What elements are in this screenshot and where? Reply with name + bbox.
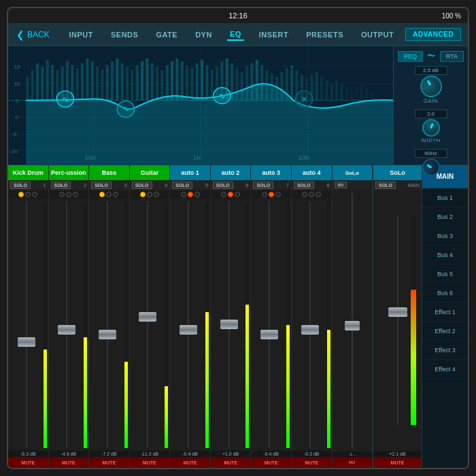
bus-btn-effect-1[interactable]: Effect 1 — [422, 303, 468, 322]
send-dot-2[interactable] — [32, 192, 37, 197]
fader-handle-4[interactable] — [139, 312, 156, 322]
fader-handle-3[interactable] — [99, 330, 116, 339]
bus-btn-bus-4[interactable]: Bus 4 — [422, 245, 468, 265]
peq-button[interactable]: PEQ — [398, 51, 423, 62]
bus-btn-effect-4[interactable]: Effect 4 — [422, 360, 468, 379]
send-dot-1[interactable] — [66, 192, 71, 197]
solo-button-8[interactable]: SOLO — [294, 182, 314, 189]
channel-header-3[interactable]: Bass — [89, 165, 129, 180]
fader-handle-trunc[interactable] — [345, 321, 360, 330]
send-dot-1[interactable] — [309, 192, 314, 197]
solo-button-3[interactable]: SOLO — [91, 182, 112, 189]
channel-header-6[interactable]: auto 2 — [211, 165, 251, 180]
tab-eq[interactable]: EQ — [227, 29, 244, 41]
mute-button-6[interactable]: MUTE — [211, 457, 251, 468]
fader-handle-6[interactable] — [220, 320, 238, 329]
send-dot-1[interactable] — [106, 192, 112, 197]
solo-button-7[interactable]: SOLO — [253, 182, 273, 189]
solo-row-1: SOLO 1 — [8, 180, 48, 190]
send-dot-1[interactable] — [147, 192, 152, 197]
channel-header-8[interactable]: auto 4 — [292, 165, 332, 180]
fader-handle-5[interactable] — [180, 325, 197, 335]
solo-button-1[interactable]: SOLO — [10, 182, 31, 189]
send-dot-1[interactable] — [228, 192, 233, 197]
solo-button-6[interactable]: SOLO — [213, 182, 233, 189]
bus-btn-effect-3[interactable]: Effect 3 — [422, 341, 468, 360]
solo-button-5[interactable]: SOLO — [172, 182, 192, 189]
tab-output[interactable]: OUTPUT — [358, 29, 396, 40]
send-dot-0[interactable] — [18, 192, 24, 197]
mute-button-trunc[interactable]: MU — [333, 457, 373, 468]
mute-button-4[interactable]: MUTE — [130, 457, 170, 468]
send-dot-2[interactable] — [73, 192, 78, 197]
send-dot-2[interactable] — [316, 192, 321, 197]
solo-button-2[interactable]: SOLO — [51, 182, 71, 189]
solo-button-4[interactable]: SOLO — [132, 182, 152, 189]
bus-btn-bus-6[interactable]: Bus 6 — [422, 284, 468, 303]
rta-button[interactable]: RTA — [440, 51, 464, 62]
send-dot-0[interactable] — [302, 192, 307, 197]
mute-button-8[interactable]: MUTE — [292, 457, 332, 468]
svg-rect-49 — [175, 58, 178, 101]
send-dot-2[interactable] — [235, 192, 240, 197]
mute-button-1[interactable]: MUTE — [8, 457, 48, 468]
tab-gate[interactable]: GATE — [153, 29, 180, 40]
channel-header-1[interactable]: Kick Drum — [8, 165, 48, 180]
channel-header-5[interactable]: auto 1 — [170, 165, 210, 180]
tab-sends[interactable]: SENDS — [108, 29, 141, 40]
bus-btn-effect-2[interactable]: Effect 2 — [422, 322, 468, 341]
width-knob[interactable] — [420, 116, 442, 139]
tab-insert[interactable]: INSERT — [256, 29, 291, 40]
eq-graph[interactable]: 100 1K 10K 15 10 5 0 -5 -10 — [8, 46, 393, 165]
master-mute-button[interactable]: MUTE — [373, 457, 422, 468]
channel-header-2[interactable]: Perc-ussion — [49, 165, 89, 180]
send-dot-2[interactable] — [275, 192, 281, 197]
mute-button-3[interactable]: MUTE — [89, 457, 129, 468]
fader-handle-1[interactable] — [18, 337, 35, 347]
master-solo-button[interactable]: SOLO — [375, 182, 396, 189]
fader-handle-7[interactable] — [260, 330, 278, 339]
mute-button-5[interactable]: MUTE — [170, 457, 210, 468]
freq-value: 60Hz — [415, 149, 447, 158]
bus-btn-bus-2[interactable]: Bus 2 — [422, 207, 468, 226]
send-dot-0[interactable] — [99, 192, 105, 197]
svg-rect-22 — [41, 67, 44, 101]
svg-rect-78 — [320, 77, 323, 101]
solo-row-7: SOLO 7 — [251, 180, 291, 190]
send-dot-2[interactable] — [113, 192, 118, 197]
send-dot-0[interactable] — [140, 192, 146, 197]
tab-dyn[interactable]: DYN — [192, 29, 215, 40]
solo-row-6: SOLO 6 — [211, 180, 251, 190]
nav-tabs: INPUT SENDS GATE DYN EQ INSERT PRESETS O… — [58, 29, 405, 41]
back-button[interactable]: ❮ BACK — [8, 29, 58, 40]
fader-handle-8[interactable] — [301, 325, 319, 335]
bus-btn-bus-3[interactable]: Bus 3 — [422, 226, 468, 245]
solo-button-trunc[interactable]: SO — [335, 182, 347, 188]
channel-header-7[interactable]: auto 3 — [251, 165, 291, 180]
send-dot-0[interactable] — [181, 192, 186, 197]
bus-btn-bus-5[interactable]: Bus 5 — [422, 265, 468, 284]
send-dot-1[interactable] — [25, 192, 31, 197]
tab-input[interactable]: INPUT — [67, 29, 97, 40]
send-dot-2[interactable] — [154, 192, 159, 197]
send-dot-0[interactable] — [59, 192, 65, 197]
svg-rect-29 — [76, 68, 79, 101]
send-dot-2[interactable] — [194, 192, 200, 197]
send-dot-0[interactable] — [262, 192, 267, 197]
send-dot-0[interactable] — [221, 192, 226, 197]
fader-handle-2[interactable] — [58, 325, 75, 335]
svg-rect-84 — [350, 90, 353, 101]
mute-button-2[interactable]: MUTE — [49, 457, 89, 468]
ch-num-8: 8 — [327, 183, 330, 188]
svg-rect-50 — [181, 61, 184, 101]
tab-presets[interactable]: PRESETS — [303, 29, 346, 40]
send-dot-1[interactable] — [188, 192, 193, 197]
channel-header-trunc[interactable]: SoLo — [333, 165, 373, 180]
mute-button-7[interactable]: MUTE — [251, 457, 291, 468]
channel-header-4[interactable]: Guitar — [130, 165, 170, 180]
master-fader-handle[interactable] — [388, 307, 407, 317]
gain-knob[interactable] — [416, 71, 446, 101]
advanced-button[interactable]: ADVANCED — [405, 28, 461, 41]
send-dot-1[interactable] — [269, 192, 274, 197]
bus-btn-bus-1[interactable]: Bus 1 — [422, 188, 468, 207]
